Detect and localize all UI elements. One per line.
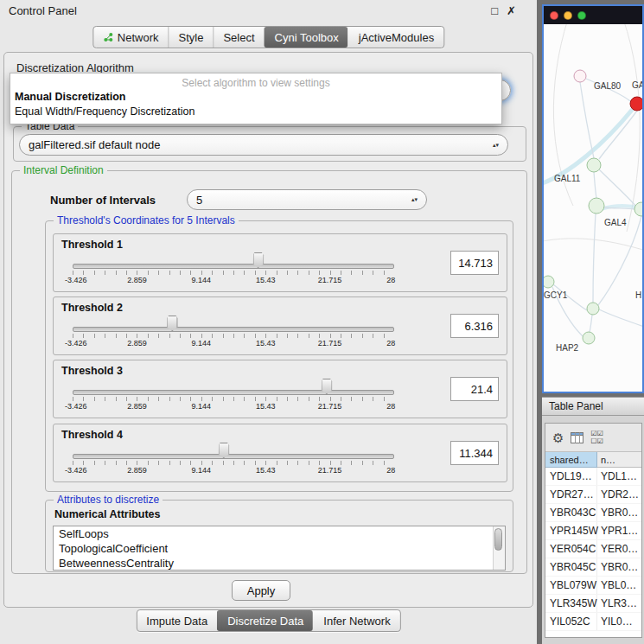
tab-label: Discretize Data [227,615,303,628]
node-label-partial: H [635,290,641,300]
cell: YPR145W [545,522,597,539]
tick-label: 2.859 [127,339,147,348]
node-mid[interactable] [587,303,599,315]
settings-gear-icon[interactable]: ⚙ [552,431,564,444]
list-item[interactable]: BetweennessCentrality [54,556,505,571]
bottom-tab-bar: Impute Data Discretize Data Infer Networ… [136,609,400,632]
table-row[interactable]: YIL052CYIL0… [545,613,641,631]
tick-label: -3.426 [65,339,87,348]
node-table: ⚙ ☑☑ ☐☑ shared… n… YDL19…YDL1… YDR27…YDR… [545,423,642,638]
attributes-group: Attributes to discretize Numerical Attri… [45,500,513,572]
cell: YDR2… [597,486,641,503]
select-none-columns-icon[interactable]: ☐☑ [590,437,603,445]
top-tab-bar: Network Style Select Cyni Toolbox jActiv… [92,26,444,48]
node-gal4[interactable] [589,198,604,214]
minimize-traffic-light[interactable] [564,11,572,20]
show-columns-icon[interactable] [571,432,583,443]
control-panel-title: Control Panel [9,4,77,17]
close-panel-icon[interactable]: ✗ [507,4,516,17]
table-data-combo[interactable]: galFiltered.sif default node ▴▾ [19,134,508,156]
slider-track [73,390,394,395]
dropdown-option-equal-width[interactable]: Equal Width/Frequency Discretization [10,105,501,119]
table-row[interactable]: YDL19…YDL1… [545,468,641,486]
dropdown-hint: Select algorithm to view settings [10,76,501,90]
table-row[interactable]: YBL079WYBL0… [545,577,641,595]
column-header-shared-name[interactable]: shared… [545,452,597,468]
thresholds-group-title: Threshold's Coordinates for 5 Intervals [54,214,239,226]
apply-button[interactable]: Apply [232,580,290,601]
tick-label: 9.144 [192,339,212,348]
node-label: GAL11 [554,174,581,183]
threshold-value-field[interactable]: 21.4 [450,377,499,401]
cell: YPR1… [597,522,641,539]
float-panel-icon[interactable]: □ [491,4,498,17]
network-canvas[interactable]: GAL80 GAL11 GAL4 GCY1 HAP2 GA H [544,24,642,392]
tab-label: jActiveModules [359,31,434,44]
threshold-value-field[interactable]: 11.344 [450,441,499,465]
threshold-slider[interactable]: -3.426 2.859 9.144 15.43 21.715 28 [73,424,394,481]
table-data-selected-value: galFiltered.sif default node [29,138,160,151]
scrollbar-thumb[interactable] [494,528,502,551]
tab-jactivemodules[interactable]: jActiveModules [348,27,443,48]
dropdown-option-manual-discretization[interactable]: Manual Discretization [10,90,501,105]
cell: YBR0… [597,558,641,576]
tick-label: 9.144 [192,276,212,284]
number-of-intervals-combo[interactable]: 5 ▴▾ [187,189,427,210]
table-row[interactable]: YDR27…YDR2… [545,486,641,504]
tick-label: 2.859 [127,466,147,475]
threshold-panel: Threshold 1 -3.426 2.859 9.144 15.43 21.… [53,233,507,292]
network-view-window: GAL80 GAL11 GAL4 GCY1 HAP2 GA H [542,4,644,393]
node-selected-red[interactable] [630,97,642,111]
node-gcy1[interactable] [544,276,554,288]
threshold-slider[interactable]: -3.426 2.859 9.144 15.43 21.715 28 [73,360,394,418]
tick-label: -3.426 [65,276,87,284]
cell: YBR043C [545,504,597,521]
app-root: Control Panel □ ✗ Network Style Select C… [0,0,644,644]
list-scrollbar[interactable] [493,526,505,570]
select-all-columns-icon[interactable]: ☑☑ [590,430,603,437]
threshold-slider[interactable]: -3.426 2.859 9.144 15.43 21.715 28 [73,297,394,354]
numerical-attributes-list[interactable]: SelfLoops TopologicalCoefficient Between… [53,526,506,571]
column-select-icons[interactable]: ☑☑ ☐☑ [590,430,603,445]
tab-label: Style [179,31,204,44]
list-item[interactable]: SelfLoops [54,526,505,541]
tab-impute-data[interactable]: Impute Data [137,610,217,631]
tab-network[interactable]: Network [93,27,169,48]
table-row[interactable]: YBR045CYBR0… [545,558,641,577]
table-panel-header: Table Panel [542,397,644,416]
cell: YBR045C [545,558,597,576]
tick-label: 9.144 [192,402,212,411]
list-item[interactable]: TopologicalCoefficient [54,541,505,556]
table-row[interactable]: YPR145WYPR1… [545,522,641,540]
node-label-partial: GA [632,80,642,90]
node-gal11[interactable] [587,158,601,172]
zoom-traffic-light[interactable] [577,11,586,20]
close-traffic-light[interactable] [550,11,558,20]
threshold-value-field[interactable]: 6.316 [450,314,499,338]
tab-infer-network[interactable]: Infer Network [313,610,399,631]
threshold-panel: Threshold 4 -3.426 2.859 9.144 15.43 21.… [53,424,507,482]
node-right-edge[interactable] [634,202,642,216]
table-row[interactable]: YBR043CYBR0… [545,504,641,522]
threshold-panel: Threshold 2 -3.426 2.859 9.144 15.43 21.… [53,296,507,355]
tick-label: 28 [386,466,395,475]
network-window-titlebar [544,6,642,24]
slider-tick-marks [73,397,394,401]
slider-track [73,454,394,459]
tab-select[interactable]: Select [213,27,264,48]
table-row[interactable]: YLR345WYLR3… [545,595,641,613]
tick-label: -3.426 [65,466,87,475]
table-row[interactable]: YER054CYER0… [545,540,641,558]
tab-style[interactable]: Style [169,27,214,48]
threshold-slider[interactable]: -3.426 2.859 9.144 15.43 21.715 28 [73,234,394,291]
tab-cyni-toolbox[interactable]: Cyni Toolbox [265,27,348,48]
tick-label: 28 [386,276,395,284]
column-header-name[interactable]: n… [597,452,641,468]
node-gal80[interactable] [574,70,586,82]
cell: YDR27… [545,486,597,503]
node-hap2[interactable] [583,332,595,344]
tab-label: Impute Data [146,615,207,628]
tab-discretize-data[interactable]: Discretize Data [217,610,313,631]
threshold-value-field[interactable]: 14.713 [450,251,499,275]
cell: YBR0… [597,504,641,521]
